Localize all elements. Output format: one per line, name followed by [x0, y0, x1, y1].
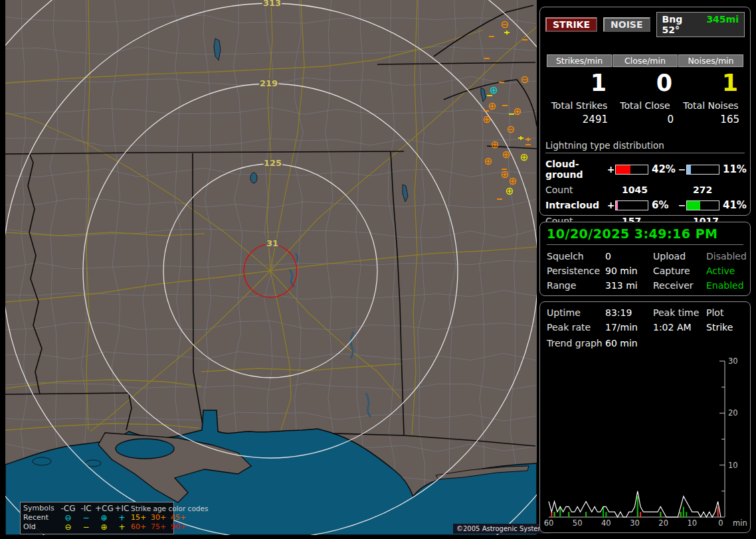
squelch-value: 0 [605, 251, 653, 262]
old-neg-cg-icon: ⊖ [59, 522, 77, 532]
svg-text:313: 313 [263, 0, 281, 8]
persistence-label: Persistence [547, 266, 605, 276]
trend-window-value: 60 min [605, 338, 653, 348]
svg-text:219: 219 [260, 78, 278, 88]
minus-sign: − [678, 200, 686, 210]
recent-neg-cg-icon: ⊖ [59, 513, 77, 522]
range-label: Range [547, 280, 605, 291]
receiver-label: Receiver [653, 280, 706, 291]
copyright-notice: ©2005 Astrogenic Systems [453, 524, 551, 534]
cg-positive-count: 1045 [607, 185, 678, 195]
svg-text:0: 0 [718, 518, 723, 528]
date-time-display: 10/20/2025 3:49:16 PM [547, 226, 743, 241]
noise-toggle-button[interactable]: NOISE [603, 17, 650, 32]
noises-per-min-label: Noises/min [678, 54, 743, 67]
old-neg-ic-icon: − [77, 522, 95, 532]
plus-sign: + [607, 200, 615, 210]
svg-text:20: 20 [728, 408, 738, 418]
status-panel: 10/20/2025 3:49:16 PM Squelch 0 Upload D… [539, 222, 751, 296]
cg-positive-pct: 42% [648, 163, 678, 175]
cloud-ground-count-row: Count 1045 272 [545, 185, 745, 195]
total-noises-label: Total Noises [678, 100, 743, 111]
trend-panel: Uptime 83:19 Peak time Plot Peak rate 17… [539, 301, 751, 533]
ic-positive-bar [615, 200, 648, 210]
svg-text:125: 125 [264, 158, 282, 168]
svg-text:20: 20 [658, 518, 668, 528]
legend-row-old-label: Old [23, 522, 59, 532]
distance-value: 345mi [706, 14, 739, 35]
capture-status: Active [706, 266, 747, 276]
ic-negative-bar [686, 200, 719, 210]
total-strikes-label: Total Strikes [547, 100, 612, 111]
peak-time-label: Peak time [653, 307, 706, 318]
legend-col-neg-cg: -CG [59, 504, 77, 513]
age-45: 45+ [171, 513, 191, 522]
trend-graph-label: Trend graph [547, 338, 605, 348]
legend-col-pos-cg: +CG [95, 504, 113, 513]
legend-col-neg-ic: -IC [77, 504, 95, 513]
map-legend: Symbols -CG -IC +CG +IC Strike age color… [20, 502, 174, 534]
noises-per-min-value: 1 [678, 70, 743, 96]
intracloud-row: Intracloud + 6% − 41% [545, 199, 745, 211]
total-close-label: Total Close [613, 100, 678, 111]
uptime-label: Uptime [547, 307, 605, 318]
cg-positive-bar [615, 165, 648, 175]
age-75: 75+ [151, 522, 171, 532]
intracloud-label: Intracloud [545, 200, 607, 210]
close-per-min-value: 0 [613, 70, 678, 96]
recent-pos-cg-icon: ⊕ [95, 513, 113, 522]
upload-label: Upload [653, 251, 706, 262]
cloud-ground-row: Cloud-ground + 42% − 11% [545, 159, 745, 180]
cloud-ground-label: Cloud-ground [545, 159, 607, 180]
peak-rate-label: Peak rate [547, 322, 605, 333]
svg-text:10: 10 [728, 461, 738, 470]
old-pos-cg-icon: ⊕ [95, 522, 113, 532]
range-value: 313 mi [605, 280, 653, 291]
legend-age-header: Strike age color codes [131, 504, 191, 513]
noises-counter-column: Noises/min 1 Total Noises 165 [678, 54, 743, 125]
strike-map[interactable]: 31321912531 Symbols -CG -IC +CG +IC Stri… [5, 0, 537, 535]
svg-text:60: 60 [544, 518, 554, 528]
svg-text:10: 10 [688, 518, 698, 528]
receiver-status: Enabled [706, 280, 747, 291]
strikes-per-min-label: Strikes/min [547, 54, 612, 67]
persistence-value: 90 min [605, 266, 653, 276]
trend-graph: 1020306050403020100min [541, 352, 750, 532]
divider [547, 244, 743, 245]
bearing-distance-readout: Bng 52° 345mi [656, 12, 745, 37]
svg-text:40: 40 [601, 518, 611, 528]
legend-symbols-header: Symbols [23, 504, 59, 513]
total-close-value: 0 [613, 114, 678, 125]
ic-negative-pct: 41% [719, 199, 749, 211]
bearing-value: Bng 52° [662, 14, 695, 35]
age-15: 15+ [131, 513, 151, 522]
age-90: 90+ [171, 522, 191, 532]
uptime-value: 83:19 [605, 307, 653, 318]
cg-negative-bar [686, 165, 719, 175]
svg-text:30: 30 [728, 356, 738, 366]
capture-label: Capture [653, 266, 706, 276]
age-30: 30+ [151, 513, 171, 522]
peak-rate-value: 17/min [605, 322, 653, 333]
strike-toggle-button[interactable]: STRIKE [545, 17, 597, 32]
peak-time-value: 1:02 AM [653, 322, 706, 333]
plot-mode-value: Strike [706, 322, 743, 333]
trend-graph-canvas: 1020306050403020100min [541, 352, 750, 532]
svg-text:min: min [733, 518, 747, 528]
cg-negative-pct: 11% [719, 163, 749, 175]
lightning-tracker-app: { "app": {"copyright": "©2005 Astrogenic… [0, 0, 756, 539]
close-counter-column: Close/min 0 Total Close 0 [613, 54, 678, 125]
svg-text:50: 50 [573, 518, 583, 528]
ic-positive-pct: 6% [648, 199, 678, 211]
total-noises-value: 165 [678, 114, 743, 125]
svg-text:30: 30 [630, 518, 640, 528]
plot-label: Plot [706, 307, 743, 318]
legend-row-recent-label: Recent [23, 513, 59, 522]
svg-text:31: 31 [266, 238, 278, 248]
minus-sign: − [678, 164, 686, 175]
map-canvas[interactable]: 31321912531 [5, 0, 537, 535]
distribution-title: Lightning type distribution [545, 140, 745, 153]
strikes-per-min-value: 1 [547, 70, 612, 96]
strike-counter-panel: STRIKE NOISE Bng 52° 345mi Strikes/min 1… [539, 7, 751, 216]
close-per-min-label: Close/min [613, 54, 678, 67]
